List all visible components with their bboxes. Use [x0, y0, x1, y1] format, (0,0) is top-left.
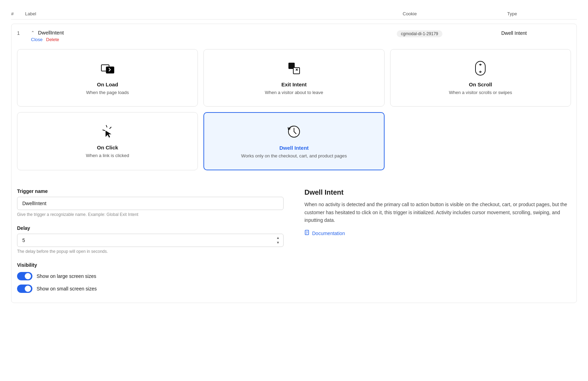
- card-on-click[interactable]: On Click When a link is clicked: [17, 112, 198, 170]
- col-label: Label: [25, 11, 403, 16]
- bottom-section: Trigger name Give the trigger a recogniz…: [17, 181, 571, 297]
- form-section: Trigger name Give the trigger a recogniz…: [17, 188, 284, 297]
- documentation-label: Documentation: [312, 231, 345, 236]
- card-dwell-intent[interactable]: Dwell Intent Works only on the checkout,…: [203, 112, 384, 170]
- delay-hint: The delay before the popup will open in …: [17, 249, 284, 254]
- toggle-large-screen-label: Show on large screen sizes: [37, 273, 96, 279]
- row-number: 1: [17, 30, 31, 36]
- col-cookie: Cookie: [403, 11, 507, 16]
- on-load-title: On Load: [97, 81, 118, 87]
- document-icon: [304, 230, 310, 237]
- cookie-badge: cgmodal-di-1-29179: [397, 30, 442, 37]
- row-actions: Close Delete: [31, 37, 397, 42]
- row-main: 1 ⌃ DwellIntent Close Delete cgmodal-di-…: [17, 30, 571, 42]
- card-exit-intent[interactable]: Exit Intent When a visitor about to leav…: [203, 49, 384, 107]
- trigger-name-group: Trigger name Give the trigger a recogniz…: [17, 188, 284, 217]
- on-load-icon: [99, 60, 116, 77]
- delete-button[interactable]: Delete: [46, 37, 59, 42]
- toggle-large-screen-switch[interactable]: [17, 272, 32, 280]
- visibility-section: Visibility Show on large screen sizes Sh…: [17, 262, 284, 293]
- dwell-intent-icon: [286, 123, 302, 140]
- trigger-name-input[interactable]: [17, 197, 284, 210]
- exit-intent-icon: [286, 60, 302, 77]
- svg-rect-3: [293, 68, 300, 74]
- card-on-scroll[interactable]: On Scroll When a visitor scrolls or swip…: [390, 49, 571, 107]
- on-scroll-title: On Scroll: [469, 81, 492, 87]
- col-type: Type: [507, 11, 577, 16]
- exit-intent-desc: When a visitor about to leave: [265, 90, 323, 96]
- on-scroll-icon: [472, 60, 489, 77]
- row-type: Dwell Intent: [501, 30, 571, 36]
- col-number: #: [11, 11, 25, 16]
- dwell-intent-title: Dwell Intent: [279, 145, 309, 151]
- toggle-large-screen: Show on large screen sizes: [17, 272, 284, 280]
- row-label-block: ⌃ DwellIntent Close Delete: [31, 30, 397, 42]
- on-click-icon: [99, 123, 116, 140]
- toggle-small-screen: Show on small screen sizes: [17, 285, 284, 293]
- info-section: Dwell Intent When no activity is detecte…: [304, 188, 571, 297]
- trigger-name-hint: Give the trigger a recognizable name. Ex…: [17, 212, 284, 217]
- toggle-small-screen-switch[interactable]: [17, 285, 32, 293]
- delay-input-wrap: ▲ ▼: [17, 234, 284, 247]
- delay-group: Delay ▲ ▼ The delay before the popup wil…: [17, 225, 284, 254]
- spinner-down-button[interactable]: ▼: [275, 241, 281, 245]
- info-title: Dwell Intent: [304, 188, 571, 196]
- spinner-up-button[interactable]: ▲: [275, 236, 281, 240]
- row-label-name: DwellIntent: [38, 30, 64, 36]
- svg-rect-4: [475, 61, 485, 75]
- page-wrapper: # Label Cookie Type 1 ⌃ DwellIntent Clos…: [0, 0, 588, 381]
- cards-grid: On Load When the page loads Exit Intent …: [17, 49, 571, 170]
- row-container: 1 ⌃ DwellIntent Close Delete cgmodal-di-…: [11, 24, 577, 303]
- spinner-buttons: ▲ ▼: [275, 236, 281, 245]
- visibility-label: Visibility: [17, 262, 284, 268]
- on-load-desc: When the page loads: [86, 90, 129, 96]
- chevron-up-icon[interactable]: ⌃: [31, 30, 34, 35]
- on-click-desc: When a link is clicked: [86, 153, 129, 159]
- table-header: # Label Cookie Type: [11, 8, 577, 20]
- toggle-small-screen-label: Show on small screen sizes: [37, 286, 97, 291]
- info-description: When no activity is detected and the pri…: [304, 201, 571, 224]
- svg-line-7: [103, 130, 105, 131]
- row-cookie: cgmodal-di-1-29179: [397, 30, 501, 37]
- card-on-load[interactable]: On Load When the page loads: [17, 49, 198, 107]
- exit-intent-title: Exit Intent: [281, 81, 307, 87]
- svg-line-5: [106, 125, 107, 127]
- close-button[interactable]: Close: [31, 37, 42, 42]
- dwell-intent-desc: Works only on the checkout, cart, and pr…: [241, 153, 347, 159]
- delay-input[interactable]: [17, 234, 284, 247]
- on-scroll-desc: When a visitor scrolls or swipes: [449, 90, 512, 96]
- on-click-title: On Click: [97, 145, 118, 150]
- delay-label: Delay: [17, 225, 284, 231]
- svg-line-6: [110, 127, 111, 129]
- trigger-name-label: Trigger name: [17, 188, 284, 194]
- documentation-link[interactable]: Documentation: [304, 230, 571, 237]
